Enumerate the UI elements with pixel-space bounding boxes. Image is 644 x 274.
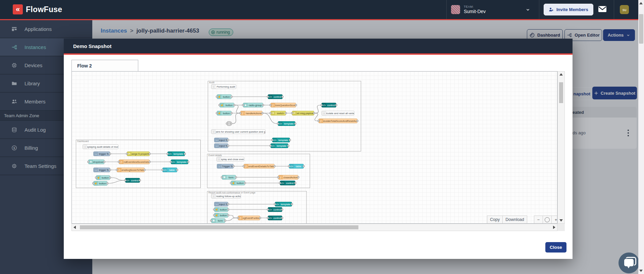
node-output-port	[224, 220, 226, 222]
flow-node-label: button	[224, 103, 234, 107]
zoom-in-button[interactable]: +	[551, 216, 557, 224]
flow-node-display-and-close-events: ○Display and close events	[216, 157, 244, 162]
flow-wire	[235, 105, 239, 113]
scroll-up-icon[interactable]	[639, 2, 643, 4]
modal-header: Demo Snapshot	[64, 39, 573, 55]
node-output-port	[227, 203, 229, 205]
node-output-port	[149, 153, 151, 155]
flow-node-control: </>control	[268, 216, 282, 220]
node-output-port	[313, 112, 315, 114]
flow-node-button: ☝button	[214, 213, 228, 218]
flow-node-form: ▦form	[222, 175, 236, 180]
node-input-port	[239, 112, 241, 114]
node-input-port	[216, 112, 218, 114]
node-output-port	[281, 209, 283, 211]
node-input-port	[269, 145, 271, 147]
canvas-horizontal-scrollbar[interactable]	[71, 224, 557, 231]
vertical-scroll-thumb[interactable]	[559, 82, 563, 103]
zoom-reset-button[interactable]	[543, 216, 552, 224]
node-output-port	[233, 165, 235, 167]
node-output-port	[261, 112, 263, 114]
flow-node-label: Performing audit	[216, 85, 236, 89]
node-output-port	[187, 161, 189, 163]
browser-scrollbar[interactable]	[638, 0, 644, 274]
flow-node-label: handleActions	[245, 111, 262, 115]
scroll-left-icon[interactable]	[73, 226, 76, 229]
node-input-port	[269, 112, 271, 114]
canvas-vertical-scrollbar[interactable]	[557, 71, 565, 224]
node-input-port	[277, 176, 279, 178]
node-output-port	[231, 112, 233, 114]
flow-node-label: table	[167, 168, 177, 172]
zoom-reset-circle-icon	[545, 217, 550, 222]
node-output-port	[274, 165, 276, 167]
flow-node-label: form	[216, 219, 225, 223]
node-output-port	[295, 104, 297, 106]
chat-bubble-tail	[627, 266, 630, 268]
node-input-port	[279, 182, 281, 184]
node-input-port	[210, 220, 212, 222]
node-input-port	[267, 96, 269, 98]
flow-node-label: button	[236, 181, 245, 185]
scroll-down-icon[interactable]	[639, 270, 643, 272]
flow-node-set-msg-payload: ⇄set msg.payload	[292, 111, 314, 116]
node-output-port	[227, 139, 229, 141]
node-input-port	[124, 179, 126, 181]
close-button[interactable]: Close	[545, 242, 566, 253]
team-label: TEAM:	[464, 5, 486, 8]
node-output-port	[227, 145, 229, 147]
flow-node-logeventfuntion: ƒlogEventFuntion	[238, 216, 260, 220]
navbar-divider	[539, 0, 539, 19]
navbar-divider	[614, 0, 614, 19]
node-input-port	[218, 104, 220, 106]
zoom-out-button[interactable]: −	[534, 216, 543, 224]
flowfuse-logo[interactable]: « FlowFuse	[13, 4, 62, 14]
team-selector[interactable]: TEAM: Sumit-Dev	[451, 3, 535, 16]
mail-icon[interactable]	[598, 5, 607, 13]
flow-wire	[232, 113, 239, 124]
flow-node-template: </>template	[167, 151, 185, 156]
flow-node-change-5-properties: ⇄change 5 properties	[127, 151, 150, 156]
flow-canvas[interactable]: AuditDashboardEvent detailsReport audit …	[71, 71, 557, 224]
scroll-right-icon[interactable]	[553, 226, 555, 229]
flow-node-label: control	[326, 103, 336, 107]
download-button[interactable]: Download	[502, 216, 527, 224]
node-input-port	[87, 161, 89, 163]
flow-wire	[226, 218, 237, 221]
flow-node-label: inject ↻	[219, 144, 228, 148]
copy-button[interactable]: Copy	[487, 216, 503, 224]
flow-node-label: sendAvgScoreToTable	[121, 168, 144, 172]
node-input-port	[271, 139, 273, 141]
flow-node-label: control	[273, 216, 282, 220]
node-input-port	[213, 209, 215, 211]
node-output-port	[287, 145, 289, 147]
node-output-port	[144, 169, 146, 171]
flow-node-label: sendEventDetailsToTable	[248, 164, 274, 168]
user-avatar[interactable]: su	[620, 5, 629, 14]
flow-node-control: </>control	[125, 178, 140, 183]
browser-scroll-thumb[interactable]	[639, 14, 643, 44]
flow-node-label: storeQuestionScore	[275, 103, 296, 107]
flow-node-template: </>template	[171, 159, 188, 164]
scroll-down-icon[interactable]	[559, 219, 563, 222]
flow-node-switch: ⇉switch	[270, 111, 286, 116]
person-plus-icon	[549, 7, 554, 12]
flow-node-calculatetotalscoreandresetaudit: ƒcalculateTotalScoreAndResetAudit	[318, 119, 357, 123]
chat-widget-button[interactable]	[618, 253, 639, 273]
node-output-port	[233, 104, 235, 106]
flow-node-button: ☝button	[217, 94, 232, 99]
node-input-port	[230, 182, 232, 184]
node-output-port	[244, 182, 246, 184]
tab-flow-2[interactable]: Flow 2	[71, 60, 138, 71]
flow-node-label: control	[130, 178, 140, 182]
flow-node-label: closedAction	[283, 175, 298, 179]
flow-wire	[111, 178, 124, 180]
horizontal-scroll-thumb[interactable]	[80, 225, 358, 229]
flow-node-sendeventdetailstotable: ƒsendEventDetailsToTable	[244, 164, 275, 169]
flow-node-label: change 5 properties	[132, 152, 149, 156]
invite-members-button[interactable]: Invite Members	[544, 4, 593, 15]
flow-node-label: button	[219, 213, 228, 217]
flow-node-template: </>template	[272, 138, 290, 142]
scroll-up-icon[interactable]	[559, 73, 563, 76]
flow-node-label: button	[221, 111, 231, 115]
